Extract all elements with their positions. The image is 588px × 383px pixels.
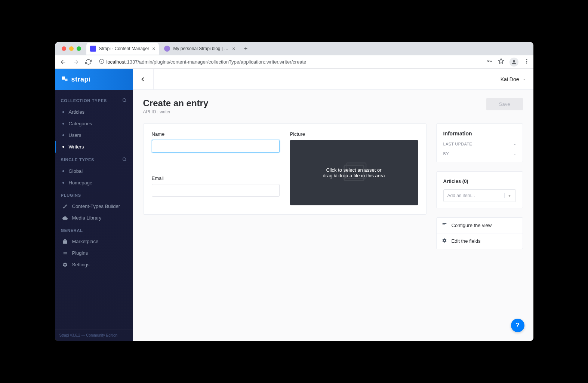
sidebar-section-single-types: SINGLE TYPES — [55, 153, 133, 165]
relations-panel: Articles (0) Add an item... ▾ — [436, 171, 523, 208]
url-text: localhost:1337/admin/plugins/content-man… — [107, 59, 307, 65]
cloud-icon — [62, 215, 68, 221]
edit-fields-link[interactable]: Edit the fields — [437, 233, 523, 249]
svg-point-12 — [123, 158, 126, 161]
app-logo[interactable]: strapi — [55, 69, 133, 90]
search-icon[interactable] — [122, 157, 127, 162]
sidebar-section-collection-types: COLLECTION TYPES — [55, 94, 133, 106]
sidebar-section-general: GENERAL — [55, 224, 133, 236]
info-row-last-update: LAST UPDATE - — [443, 142, 516, 146]
close-window-button[interactable] — [62, 46, 66, 51]
sidebar-item-writers[interactable]: Writers — [55, 141, 133, 153]
svg-point-7 — [526, 62, 527, 64]
topbar: Kai Doe — [133, 69, 533, 90]
sidebar-item-users[interactable]: Users — [55, 129, 133, 141]
bag-icon — [62, 239, 68, 244]
name-input[interactable] — [152, 140, 280, 153]
window-controls — [58, 46, 85, 51]
gear-icon — [62, 262, 68, 267]
browser-menu-icon[interactable] — [524, 58, 530, 66]
tab-favicon-icon — [90, 46, 96, 52]
layout-icon — [442, 222, 447, 229]
page-subtitle: API ID : writer — [143, 109, 209, 114]
bookmark-star-icon[interactable] — [498, 58, 504, 66]
page-title: Create an entry — [143, 98, 209, 108]
svg-point-4 — [513, 60, 515, 62]
maximize-window-button[interactable] — [77, 46, 81, 51]
save-button[interactable]: Save — [486, 98, 523, 110]
svg-point-5 — [526, 59, 527, 60]
site-info-icon[interactable] — [99, 59, 104, 65]
picture-dropzone[interactable]: Click to select an asset or drag & drop … — [290, 140, 418, 205]
browser-tab-1[interactable]: My personal Strapi blog | Strap × — [160, 43, 239, 55]
svg-line-13 — [125, 160, 126, 161]
user-menu[interactable]: Kai Doe — [501, 76, 526, 82]
browser-back-button[interactable] — [59, 58, 68, 67]
list-icon — [62, 251, 68, 256]
svg-rect-8 — [62, 77, 65, 80]
minimize-window-button[interactable] — [69, 46, 74, 51]
information-panel: Information LAST UPDATE - BY - — [436, 123, 523, 162]
browser-tab-0[interactable]: Strapi - Content Manager × — [86, 43, 159, 55]
svg-marker-3 — [498, 58, 504, 63]
help-button[interactable]: ? — [511, 319, 524, 332]
tab-title: My personal Strapi blog | Strap — [173, 46, 229, 51]
close-tab-icon[interactable]: × — [152, 46, 155, 52]
address-bar[interactable]: localhost:1337/admin/plugins/content-man… — [97, 59, 483, 65]
field-picture: Picture Click to select an asset or drag… — [290, 131, 418, 205]
form-panel: Name Picture Click to select an asset or… — [143, 123, 427, 215]
sidebar-item-marketplace[interactable]: Marketplace — [55, 236, 133, 247]
email-label: Email — [152, 175, 280, 181]
name-label: Name — [152, 131, 280, 137]
browser-chrome: Strapi - Content Manager × My personal S… — [55, 42, 533, 69]
brush-icon — [62, 204, 68, 209]
sidebar: strapi COLLECTION TYPES Articles Categor… — [55, 69, 133, 341]
search-icon[interactable] — [122, 98, 127, 103]
tab-title: Strapi - Content Manager — [99, 46, 150, 51]
page-heading: Create an entry API ID : writer — [143, 98, 209, 114]
sidebar-item-plugins[interactable]: Plugins — [55, 247, 133, 259]
field-email: Email — [152, 175, 280, 205]
key-icon[interactable] — [487, 58, 493, 66]
browser-forward-button[interactable] — [71, 58, 80, 67]
close-tab-icon[interactable]: × — [232, 46, 235, 52]
sidebar-item-homepage[interactable]: Homepage — [55, 177, 133, 189]
configure-view-link[interactable]: Configure the view — [437, 218, 523, 233]
sidebar-item-content-types-builder[interactable]: Content-Types Builder — [55, 200, 133, 212]
new-tab-button[interactable]: + — [240, 43, 251, 54]
add-relation-select[interactable]: Add an item... ▾ — [443, 189, 516, 202]
gear-icon — [442, 238, 447, 244]
sidebar-section-plugins: PLUGINS — [55, 189, 133, 200]
svg-point-6 — [526, 61, 527, 62]
sidebar-item-media-library[interactable]: Media Library — [55, 212, 133, 224]
svg-line-11 — [125, 101, 126, 102]
svg-rect-9 — [65, 79, 67, 81]
back-button[interactable] — [133, 69, 154, 90]
browser-reload-button[interactable] — [84, 58, 93, 67]
email-input[interactable] — [152, 184, 280, 197]
sidebar-item-settings[interactable]: Settings — [55, 259, 133, 270]
tab-favicon-icon — [164, 46, 170, 52]
browser-profile-button[interactable] — [510, 58, 518, 67]
info-row-by: BY - — [443, 151, 516, 156]
picture-label: Picture — [290, 131, 418, 137]
strapi-logo-icon — [61, 76, 68, 83]
side-links: Configure the view Edit the fields — [436, 217, 523, 249]
chevron-down-icon — [522, 77, 526, 81]
sidebar-item-categories[interactable]: Categories — [55, 118, 133, 129]
sidebar-footer: Strapi v3.6.2 — Community Edition — [55, 329, 133, 341]
field-name: Name — [152, 131, 280, 161]
chevron-down-icon: ▾ — [504, 193, 512, 198]
sidebar-item-global[interactable]: Global — [55, 165, 133, 177]
svg-point-10 — [123, 99, 126, 102]
sidebar-item-articles[interactable]: Articles — [55, 106, 133, 118]
